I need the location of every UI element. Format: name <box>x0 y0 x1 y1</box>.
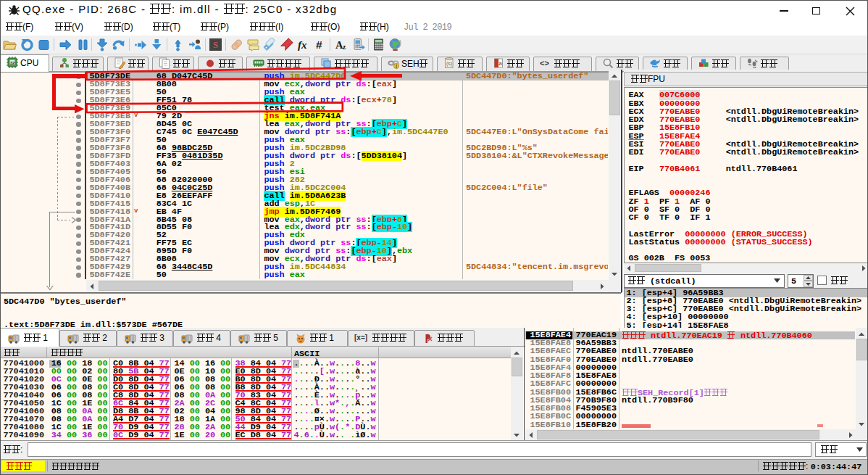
svg-text:a: a <box>498 60 502 67</box>
